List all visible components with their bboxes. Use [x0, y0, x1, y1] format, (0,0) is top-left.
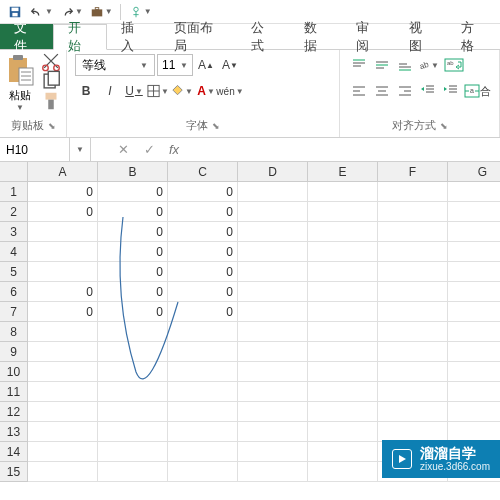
cell[interactable]: 0: [28, 282, 98, 302]
cell[interactable]: [308, 322, 378, 342]
tab-review[interactable]: 审阅: [342, 24, 395, 49]
cell[interactable]: [448, 362, 500, 382]
column-header[interactable]: E: [308, 162, 378, 182]
align-middle-icon[interactable]: [371, 54, 393, 76]
wrap-text-icon[interactable]: ab: [440, 54, 468, 76]
column-header[interactable]: F: [378, 162, 448, 182]
cell[interactable]: [378, 222, 448, 242]
cell[interactable]: [238, 382, 308, 402]
cell[interactable]: [308, 262, 378, 282]
cell[interactable]: [448, 262, 500, 282]
cell[interactable]: [308, 202, 378, 222]
cell[interactable]: [448, 382, 500, 402]
cell[interactable]: [168, 402, 238, 422]
cell[interactable]: [308, 362, 378, 382]
font-name-select[interactable]: 等线▼: [75, 54, 155, 76]
cell[interactable]: [378, 302, 448, 322]
dialog-launcher-icon[interactable]: ⬊: [212, 121, 220, 131]
customize-dropdown-icon[interactable]: ▼: [105, 7, 113, 16]
cell[interactable]: [448, 202, 500, 222]
decrease-indent-icon[interactable]: [417, 80, 439, 102]
cell[interactable]: 0: [98, 182, 168, 202]
copy-icon[interactable]: [40, 72, 62, 90]
phonetic-icon[interactable]: wén▼: [219, 80, 241, 102]
redo-dropdown-icon[interactable]: ▼: [75, 7, 83, 16]
cell[interactable]: [98, 342, 168, 362]
cell[interactable]: [448, 282, 500, 302]
cell[interactable]: [308, 402, 378, 422]
row-header[interactable]: 12: [0, 402, 28, 422]
row-header[interactable]: 15: [0, 462, 28, 482]
cell[interactable]: [238, 242, 308, 262]
fill-color-icon[interactable]: ▼: [171, 80, 193, 102]
tab-view[interactable]: 视图: [395, 24, 448, 49]
cell[interactable]: [378, 322, 448, 342]
row-header[interactable]: 1: [0, 182, 28, 202]
row-header[interactable]: 13: [0, 422, 28, 442]
cell[interactable]: 0: [168, 182, 238, 202]
row-header[interactable]: 11: [0, 382, 28, 402]
cell[interactable]: [238, 462, 308, 482]
cell[interactable]: 0: [168, 262, 238, 282]
cell[interactable]: [168, 362, 238, 382]
cell[interactable]: [308, 182, 378, 202]
tab-insert[interactable]: 插入: [107, 24, 160, 49]
fx-icon[interactable]: fx: [163, 142, 185, 157]
cell[interactable]: [238, 362, 308, 382]
cell[interactable]: 0: [28, 182, 98, 202]
column-header[interactable]: G: [448, 162, 500, 182]
touch-dropdown-icon[interactable]: ▼: [144, 7, 152, 16]
cell[interactable]: [448, 302, 500, 322]
cell[interactable]: [308, 242, 378, 262]
column-header[interactable]: A: [28, 162, 98, 182]
column-header[interactable]: C: [168, 162, 238, 182]
cell[interactable]: [98, 442, 168, 462]
name-box-dropdown-icon[interactable]: ▼: [70, 138, 91, 161]
cell[interactable]: [98, 322, 168, 342]
cell[interactable]: [168, 462, 238, 482]
column-header[interactable]: D: [238, 162, 308, 182]
cell[interactable]: [28, 222, 98, 242]
cell[interactable]: [448, 342, 500, 362]
cell[interactable]: 0: [98, 202, 168, 222]
cell[interactable]: [28, 242, 98, 262]
cell[interactable]: [308, 302, 378, 322]
row-header[interactable]: 9: [0, 342, 28, 362]
row-header[interactable]: 7: [0, 302, 28, 322]
cell[interactable]: [378, 262, 448, 282]
underline-button[interactable]: U▼: [123, 80, 145, 102]
row-header[interactable]: 5: [0, 262, 28, 282]
cell[interactable]: 0: [168, 242, 238, 262]
cell[interactable]: [98, 462, 168, 482]
cell[interactable]: [448, 222, 500, 242]
cell[interactable]: [238, 182, 308, 202]
cell[interactable]: [28, 442, 98, 462]
cell[interactable]: [168, 342, 238, 362]
align-bottom-icon[interactable]: [394, 54, 416, 76]
merge-cells-icon[interactable]: a合: [463, 80, 491, 102]
increase-indent-icon[interactable]: [440, 80, 462, 102]
align-right-icon[interactable]: [394, 80, 416, 102]
cell[interactable]: [98, 422, 168, 442]
cell[interactable]: [378, 342, 448, 362]
cell[interactable]: 0: [28, 202, 98, 222]
cell[interactable]: [168, 322, 238, 342]
name-box[interactable]: H10: [0, 138, 70, 161]
cell[interactable]: [238, 422, 308, 442]
paste-button[interactable]: 粘贴 ▼: [4, 52, 36, 114]
cell[interactable]: [238, 202, 308, 222]
cell[interactable]: [238, 222, 308, 242]
row-header[interactable]: 10: [0, 362, 28, 382]
cell[interactable]: [238, 322, 308, 342]
orientation-icon[interactable]: ab▼: [417, 54, 439, 76]
cell[interactable]: [448, 182, 500, 202]
cell[interactable]: [98, 382, 168, 402]
cell[interactable]: [378, 182, 448, 202]
dialog-launcher-icon[interactable]: ⬊: [48, 121, 56, 131]
cell[interactable]: [308, 462, 378, 482]
cell[interactable]: [28, 362, 98, 382]
cell[interactable]: [308, 442, 378, 462]
tab-formulas[interactable]: 公式: [237, 24, 290, 49]
align-center-icon[interactable]: [371, 80, 393, 102]
cell[interactable]: [378, 242, 448, 262]
